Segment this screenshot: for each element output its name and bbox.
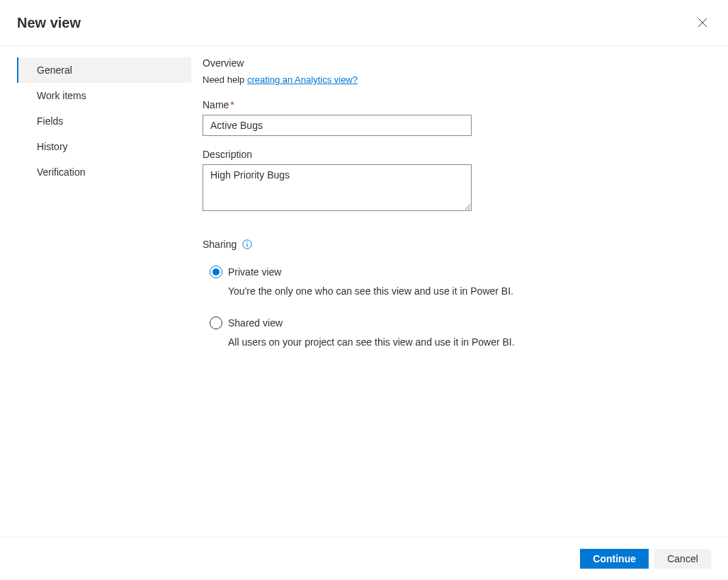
dialog-title: New view [17, 15, 81, 31]
dialog-body: General Work items Fields History Verifi… [0, 46, 728, 368]
dialog-header: New view [0, 0, 728, 46]
radio-label-private[interactable]: Private view [228, 266, 281, 278]
name-label: Name* [203, 99, 711, 110]
sidebar-item-general[interactable]: General [17, 57, 191, 83]
radio-desc-shared: All users on your project can see this v… [228, 336, 711, 348]
radio-group-private: Private view You're the only one who can… [203, 266, 711, 297]
required-indicator: * [230, 99, 234, 110]
sidebar-item-verification[interactable]: Verification [17, 159, 191, 185]
sidebar-item-work-items[interactable]: Work items [17, 83, 191, 108]
radio-button-shared[interactable] [210, 317, 222, 329]
close-icon [698, 18, 707, 28]
close-button[interactable] [694, 14, 711, 31]
overview-title: Overview [203, 57, 711, 69]
description-field-group: Description [203, 149, 711, 213]
cancel-button[interactable]: Cancel [654, 549, 711, 569]
radio-button-private[interactable] [210, 266, 222, 278]
info-icon[interactable] [242, 239, 252, 249]
help-link[interactable]: creating an Analytics view? [247, 74, 358, 85]
svg-point-4 [247, 241, 248, 242]
sharing-header: Sharing [203, 239, 711, 250]
name-field-group: Name* [203, 99, 711, 136]
help-text: Need help creating an Analytics view? [203, 74, 711, 85]
radio-row-shared[interactable]: Shared view [210, 317, 711, 329]
name-input[interactable] [203, 115, 472, 136]
main-content: Overview Need help creating an Analytics… [191, 57, 728, 368]
sidebar-item-fields[interactable]: Fields [17, 108, 191, 134]
radio-label-shared[interactable]: Shared view [228, 317, 283, 329]
sharing-label: Sharing [203, 239, 237, 250]
dialog-footer: Continue Cancel [0, 537, 728, 580]
continue-button[interactable]: Continue [580, 549, 649, 569]
help-prefix: Need help [203, 74, 247, 85]
description-label: Description [203, 149, 711, 160]
sidebar: General Work items Fields History Verifi… [0, 57, 191, 368]
radio-group-shared: Shared view All users on your project ca… [203, 317, 711, 348]
radio-row-private[interactable]: Private view [210, 266, 711, 278]
description-input[interactable] [203, 164, 472, 211]
radio-desc-private: You're the only one who can see this vie… [228, 285, 711, 297]
sidebar-item-history[interactable]: History [17, 134, 191, 159]
